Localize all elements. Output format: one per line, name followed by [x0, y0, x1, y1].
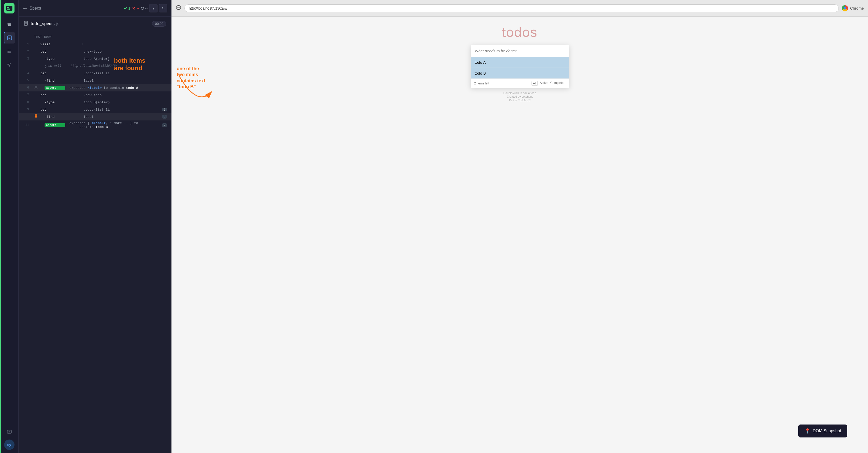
- code-line-4[interactable]: 4 get .todo-list li: [19, 70, 172, 77]
- todo-app: todo A todo B 2 items left All Active Co…: [471, 45, 569, 88]
- pass-status: 1: [124, 6, 130, 10]
- chrome-icon: [842, 5, 848, 11]
- todo-filters: All Active Completed: [531, 81, 565, 86]
- code-line-7[interactable]: 7 get .new-todo: [19, 91, 172, 99]
- annotation-one-item: one of the two items contains text "todo…: [177, 66, 206, 90]
- code-line-10[interactable]: -find label 2: [19, 113, 172, 121]
- sidebar-item-specs[interactable]: [4, 19, 15, 30]
- todo-item-a: todo A: [471, 57, 569, 68]
- browser-panel: http://localhost:51302/#/ Chrome todos t…: [172, 0, 868, 453]
- pending-status: --: [141, 6, 148, 10]
- file-bar: todo_spec cy.js 00:02: [19, 17, 172, 31]
- filename: todo_spec: [31, 22, 51, 26]
- specs-title: Specs: [30, 6, 41, 11]
- code-line-6[interactable]: 6 assert expected <label> to contain tod…: [19, 84, 172, 91]
- code-line-2[interactable]: 2 get .new-todo: [19, 48, 172, 55]
- sidebar: ⌘ cy: [0, 0, 19, 453]
- test-body-label: TEST BODY: [19, 34, 172, 41]
- todo-item-b: todo B: [471, 68, 569, 79]
- dom-pin-icon: 📍: [805, 428, 810, 434]
- filter-completed[interactable]: Completed: [550, 81, 565, 86]
- code-line-1[interactable]: 1 visit /: [19, 41, 172, 48]
- file-time: 00:02: [152, 21, 166, 27]
- fail-status: --: [132, 6, 139, 10]
- filter-all[interactable]: All: [531, 81, 537, 86]
- todo-b-text: todo B: [475, 71, 486, 75]
- code-line-9[interactable]: 9 get .todo-list li 2: [19, 106, 172, 113]
- url-bar[interactable]: http://localhost:51302/#/: [184, 4, 839, 12]
- todo-input[interactable]: [471, 45, 569, 57]
- todo-a-text: todo A: [475, 60, 486, 64]
- browser-nav-icon: [176, 5, 181, 12]
- code-line-11[interactable]: 11 assert expected [ <label>, 1 more... …: [19, 121, 172, 130]
- code-line-3[interactable]: 3 -type todo A{enter}: [19, 55, 172, 62]
- cy-logo: cy: [4, 440, 14, 450]
- code-line-5[interactable]: 5 -find label: [19, 77, 172, 84]
- sidebar-item-settings[interactable]: [4, 59, 15, 70]
- file-ext: cy.js: [51, 22, 59, 26]
- sidebar-item-shortcuts[interactable]: ⌘: [4, 426, 15, 438]
- active-indicator: [0, 0, 1, 453]
- main-panel: Specs 1 -- -- ▾ ↻: [19, 0, 172, 453]
- todo-footer: 2 items left All Active Completed: [471, 79, 569, 88]
- svg-point-12: [8, 64, 10, 66]
- code-area[interactable]: TEST BODY 1 visit / 2 get .new-todo 3 -t…: [19, 31, 172, 453]
- filter-active[interactable]: Active: [540, 81, 548, 86]
- todo-count: 2 items left: [474, 82, 489, 85]
- app-info: Double-click to edit a todo Created by p…: [503, 91, 536, 102]
- url-text: http://localhost:51302/#/: [189, 6, 227, 10]
- dropdown-button[interactable]: ▾: [149, 4, 157, 12]
- specs-label: Specs: [23, 6, 41, 11]
- code-line-url1: (new url) http://localhost:51302/#/: [19, 62, 172, 70]
- sidebar-item-code[interactable]: [4, 32, 15, 43]
- svg-text:⌘: ⌘: [8, 431, 10, 433]
- sidebar-item-list[interactable]: [4, 45, 15, 57]
- dom-snapshot-label: DOM Snapshot: [813, 429, 841, 433]
- logo-icon: [6, 6, 12, 11]
- sidebar-bottom: ⌘ cy: [4, 426, 15, 450]
- refresh-button[interactable]: ↻: [159, 4, 167, 12]
- header: Specs 1 -- -- ▾ ↻: [19, 0, 172, 17]
- code-line-8[interactable]: 8 -type todo B{enter}: [19, 99, 172, 106]
- header-status: 1 -- -- ▾ ↻: [124, 4, 167, 12]
- specs-icon: [23, 6, 27, 11]
- file-icon: [24, 21, 29, 26]
- browser-bar: http://localhost:51302/#/ Chrome: [172, 0, 868, 17]
- app-content: todos todo A todo B 2 items left All Act…: [172, 17, 868, 453]
- todos-title: todos: [502, 24, 537, 40]
- sidebar-logo: [4, 3, 14, 13]
- dom-snapshot-button[interactable]: 📍 DOM Snapshot: [798, 424, 847, 438]
- chrome-browser-label: Chrome: [842, 5, 864, 11]
